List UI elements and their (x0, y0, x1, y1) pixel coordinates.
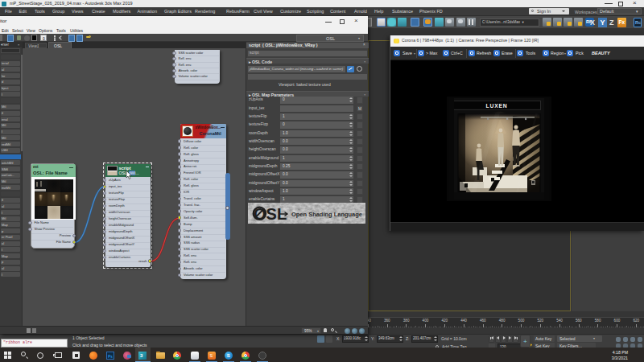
svg-text:LUXEN: LUXEN (485, 103, 507, 109)
svg-text:Open Shading Language: Open Shading Language (291, 211, 363, 218)
